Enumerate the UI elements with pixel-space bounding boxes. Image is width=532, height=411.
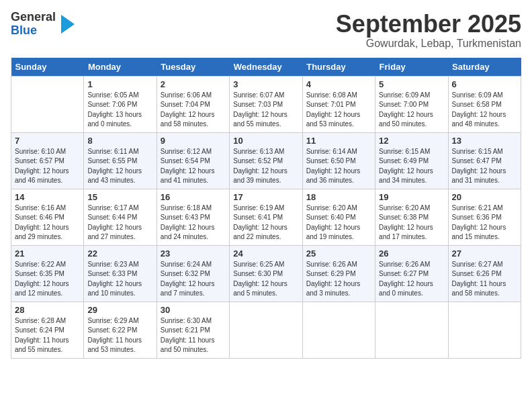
calendar-cell: 16Sunrise: 6:18 AMSunset: 6:43 PMDayligh… <box>157 189 229 245</box>
calendar-cell: 28Sunrise: 6:28 AMSunset: 6:24 PMDayligh… <box>11 302 84 358</box>
day-info: Sunrise: 6:05 AMSunset: 7:06 PMDaylight:… <box>87 91 152 130</box>
day-number: 10 <box>233 136 298 146</box>
calendar-cell: 1Sunrise: 6:05 AMSunset: 7:06 PMDaylight… <box>84 76 157 132</box>
calendar-cell: 29Sunrise: 6:29 AMSunset: 6:22 PMDayligh… <box>84 302 157 358</box>
day-info: Sunrise: 6:14 AMSunset: 6:50 PMDaylight:… <box>306 147 371 186</box>
calendar-cell: 15Sunrise: 6:17 AMSunset: 6:44 PMDayligh… <box>84 189 157 245</box>
day-number: 4 <box>306 79 371 89</box>
day-number: 7 <box>15 136 80 146</box>
weekday-header-row: SundayMondayTuesdayWednesdayThursdayFrid… <box>11 58 521 77</box>
day-info: Sunrise: 6:29 AMSunset: 6:22 PMDaylight:… <box>87 316 152 355</box>
day-number: 3 <box>233 79 298 89</box>
weekday-header-saturday: Saturday <box>448 58 521 77</box>
weekday-header-wednesday: Wednesday <box>230 58 302 77</box>
calendar-cell: 12Sunrise: 6:15 AMSunset: 6:49 PMDayligh… <box>375 132 448 189</box>
calendar-cell: 9Sunrise: 6:12 AMSunset: 6:54 PMDaylight… <box>157 132 229 189</box>
day-info: Sunrise: 6:08 AMSunset: 7:01 PMDaylight:… <box>306 91 371 130</box>
calendar-cell: 5Sunrise: 6:09 AMSunset: 7:00 PMDaylight… <box>375 76 448 132</box>
day-number: 11 <box>306 136 371 146</box>
calendar-week-5: 28Sunrise: 6:28 AMSunset: 6:24 PMDayligh… <box>11 302 521 358</box>
calendar-cell <box>302 302 375 358</box>
calendar-cell <box>230 302 302 358</box>
day-info: Sunrise: 6:26 AMSunset: 6:29 PMDaylight:… <box>306 260 371 299</box>
day-info: Sunrise: 6:17 AMSunset: 6:44 PMDaylight:… <box>87 203 152 242</box>
day-number: 23 <box>161 248 226 259</box>
day-number: 28 <box>15 305 80 315</box>
day-info: Sunrise: 6:15 AMSunset: 6:47 PMDaylight:… <box>452 147 517 186</box>
day-number: 19 <box>379 192 444 202</box>
day-number: 6 <box>452 79 517 89</box>
day-number: 13 <box>452 136 517 146</box>
day-info: Sunrise: 6:16 AMSunset: 6:46 PMDaylight:… <box>15 203 80 242</box>
calendar-cell <box>375 302 448 358</box>
day-number: 15 <box>87 192 152 202</box>
day-info: Sunrise: 6:18 AMSunset: 6:43 PMDaylight:… <box>161 203 226 242</box>
day-number: 1 <box>87 79 152 89</box>
day-info: Sunrise: 6:24 AMSunset: 6:32 PMDaylight:… <box>161 260 226 299</box>
day-info: Sunrise: 6:27 AMSunset: 6:26 PMDaylight:… <box>452 260 517 299</box>
day-number: 30 <box>161 305 226 315</box>
day-info: Sunrise: 6:11 AMSunset: 6:55 PMDaylight:… <box>87 147 152 186</box>
calendar-cell <box>11 76 84 132</box>
day-number: 8 <box>87 136 152 146</box>
calendar-cell: 7Sunrise: 6:10 AMSunset: 6:57 PMDaylight… <box>11 132 84 189</box>
day-info: Sunrise: 6:22 AMSunset: 6:35 PMDaylight:… <box>15 260 80 299</box>
calendar-cell: 14Sunrise: 6:16 AMSunset: 6:46 PMDayligh… <box>11 189 84 245</box>
day-number: 20 <box>452 192 517 202</box>
calendar-cell: 22Sunrise: 6:23 AMSunset: 6:33 PMDayligh… <box>84 245 157 302</box>
day-info: Sunrise: 6:06 AMSunset: 7:04 PMDaylight:… <box>161 91 226 130</box>
calendar-cell: 26Sunrise: 6:26 AMSunset: 6:27 PMDayligh… <box>375 245 448 302</box>
calendar-cell: 18Sunrise: 6:20 AMSunset: 6:40 PMDayligh… <box>302 189 375 245</box>
day-info: Sunrise: 6:28 AMSunset: 6:24 PMDaylight:… <box>15 316 80 355</box>
day-number: 25 <box>306 248 371 259</box>
day-number: 26 <box>379 248 444 259</box>
calendar-cell: 20Sunrise: 6:21 AMSunset: 6:36 PMDayligh… <box>448 189 521 245</box>
day-info: Sunrise: 6:25 AMSunset: 6:30 PMDaylight:… <box>233 260 298 299</box>
calendar-week-4: 21Sunrise: 6:22 AMSunset: 6:35 PMDayligh… <box>11 245 521 302</box>
day-number: 17 <box>233 192 298 202</box>
calendar-cell: 25Sunrise: 6:26 AMSunset: 6:29 PMDayligh… <box>302 245 375 302</box>
day-info: Sunrise: 6:13 AMSunset: 6:52 PMDaylight:… <box>233 147 298 186</box>
calendar-cell: 21Sunrise: 6:22 AMSunset: 6:35 PMDayligh… <box>11 245 84 302</box>
title-area: September 2025 Gowurdak, Lebap, Turkmeni… <box>336 11 521 50</box>
month-title: September 2025 <box>336 11 521 38</box>
calendar-cell: 6Sunrise: 6:09 AMSunset: 6:58 PMDaylight… <box>448 76 521 132</box>
calendar-cell: 4Sunrise: 6:08 AMSunset: 7:01 PMDaylight… <box>302 76 375 132</box>
day-info: Sunrise: 6:10 AMSunset: 6:57 PMDaylight:… <box>15 147 80 186</box>
day-info: Sunrise: 6:15 AMSunset: 6:49 PMDaylight:… <box>379 147 444 186</box>
day-info: Sunrise: 6:23 AMSunset: 6:33 PMDaylight:… <box>87 260 152 299</box>
calendar-week-2: 7Sunrise: 6:10 AMSunset: 6:57 PMDaylight… <box>11 132 521 189</box>
calendar-cell: 24Sunrise: 6:25 AMSunset: 6:30 PMDayligh… <box>230 245 302 302</box>
day-info: Sunrise: 6:12 AMSunset: 6:54 PMDaylight:… <box>161 147 226 186</box>
calendar-cell: 17Sunrise: 6:19 AMSunset: 6:41 PMDayligh… <box>230 189 302 245</box>
calendar-cell: 30Sunrise: 6:30 AMSunset: 6:21 PMDayligh… <box>157 302 229 358</box>
logo-text: General Blue <box>11 11 56 38</box>
day-number: 22 <box>87 248 152 259</box>
day-number: 24 <box>233 248 298 259</box>
calendar-week-3: 14Sunrise: 6:16 AMSunset: 6:46 PMDayligh… <box>11 189 521 245</box>
day-number: 12 <box>379 136 444 146</box>
weekday-header-monday: Monday <box>84 58 157 77</box>
calendar-cell: 11Sunrise: 6:14 AMSunset: 6:50 PMDayligh… <box>302 132 375 189</box>
day-info: Sunrise: 6:20 AMSunset: 6:38 PMDaylight:… <box>379 203 444 242</box>
day-info: Sunrise: 6:19 AMSunset: 6:41 PMDaylight:… <box>233 203 298 242</box>
day-number: 21 <box>15 248 80 259</box>
day-number: 14 <box>15 192 80 202</box>
logo-general: General <box>11 10 56 24</box>
day-info: Sunrise: 6:07 AMSunset: 7:03 PMDaylight:… <box>233 91 298 130</box>
weekday-header-thursday: Thursday <box>302 58 375 77</box>
day-info: Sunrise: 6:30 AMSunset: 6:21 PMDaylight:… <box>161 316 226 355</box>
location: Gowurdak, Lebap, Turkmenistan <box>336 38 521 50</box>
day-number: 27 <box>452 248 517 259</box>
day-info: Sunrise: 6:26 AMSunset: 6:27 PMDaylight:… <box>379 260 444 299</box>
day-number: 5 <box>379 79 444 89</box>
calendar-table: SundayMondayTuesdayWednesdayThursdayFrid… <box>11 58 521 359</box>
calendar-cell: 2Sunrise: 6:06 AMSunset: 7:04 PMDaylight… <box>157 76 229 132</box>
logo: General Blue <box>11 11 75 38</box>
calendar-cell: 27Sunrise: 6:27 AMSunset: 6:26 PMDayligh… <box>448 245 521 302</box>
day-number: 9 <box>161 136 226 146</box>
calendar-cell: 3Sunrise: 6:07 AMSunset: 7:03 PMDaylight… <box>230 76 302 132</box>
calendar-cell: 10Sunrise: 6:13 AMSunset: 6:52 PMDayligh… <box>230 132 302 189</box>
calendar-cell <box>448 302 521 358</box>
calendar-cell: 13Sunrise: 6:15 AMSunset: 6:47 PMDayligh… <box>448 132 521 189</box>
